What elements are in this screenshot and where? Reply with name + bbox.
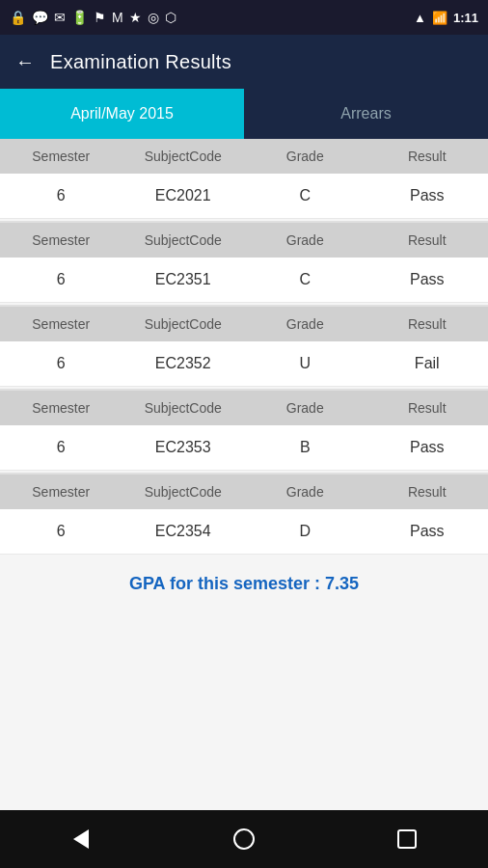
cell-subjectcode-4: EC2353	[122, 439, 245, 456]
table-section-4: Semester SubjectCode Grade Result 6 EC23…	[0, 391, 488, 471]
cell-grade-1: C	[244, 187, 366, 204]
back-nav-button[interactable]	[62, 820, 100, 858]
cell-result-3: Fail	[366, 355, 489, 372]
status-info-right: ▲ 📶 1:11	[414, 11, 478, 25]
cell-result-4: Pass	[366, 439, 489, 456]
col-header-grade-1: Grade	[244, 149, 366, 164]
table-row: 6 EC2021 C Pass	[0, 174, 488, 219]
col-header-grade-2: Grade	[244, 232, 366, 248]
col-header-semester-5: Semester	[0, 484, 122, 500]
col-header-subjectcode-4: SubjectCode	[122, 400, 245, 416]
battery-icon: 🔋	[71, 10, 88, 25]
cell-semester-1: 6	[0, 187, 122, 204]
message-icon: ✉	[54, 10, 66, 25]
star-icon: ★	[129, 10, 142, 25]
flag-icon: ⚑	[94, 10, 106, 25]
col-header-semester-4: Semester	[0, 400, 122, 416]
table-header-4: Semester SubjectCode Grade Result	[0, 391, 488, 425]
recents-nav-button[interactable]	[388, 820, 426, 858]
main-content: Semester SubjectCode Grade Result 6 EC20…	[0, 139, 488, 810]
gmail-icon: M	[112, 10, 123, 25]
table-header-3: Semester SubjectCode Grade Result	[0, 307, 488, 341]
page-title: Examination Results	[50, 51, 231, 73]
tab-april-may-2015[interactable]: April/May 2015	[0, 89, 244, 139]
table-header-1: Semester SubjectCode Grade Result	[0, 139, 488, 174]
cell-subjectcode-1: EC2021	[122, 187, 245, 204]
time-display: 1:11	[453, 11, 478, 25]
home-nav-button[interactable]	[225, 820, 263, 858]
whatsapp-icon: 💬	[32, 10, 48, 25]
table-row: 6 EC2353 B Pass	[0, 425, 488, 471]
table-row: 6 EC2354 D Pass	[0, 509, 488, 555]
col-header-grade-3: Grade	[244, 316, 366, 332]
col-header-result-2: Result	[366, 232, 489, 248]
col-header-semester-3: Semester	[0, 316, 122, 332]
table-header-5: Semester SubjectCode Grade Result	[0, 475, 488, 509]
cell-semester-4: 6	[0, 439, 122, 456]
cell-grade-3: U	[244, 355, 366, 372]
table-section-3: Semester SubjectCode Grade Result 6 EC23…	[0, 307, 488, 387]
tab-arrears[interactable]: Arrears	[244, 89, 488, 139]
profile-icon: ◎	[148, 10, 159, 25]
col-header-subjectcode-1: SubjectCode	[122, 149, 245, 164]
bottom-navigation	[0, 810, 488, 868]
table-header-2: Semester SubjectCode Grade Result	[0, 223, 488, 258]
col-header-subjectcode-3: SubjectCode	[122, 316, 245, 332]
col-header-result-3: Result	[366, 316, 489, 332]
cell-result-5: Pass	[366, 523, 489, 540]
col-header-subjectcode-5: SubjectCode	[122, 484, 245, 500]
cell-grade-5: D	[244, 523, 366, 540]
cell-semester-3: 6	[0, 355, 122, 372]
col-header-result-4: Result	[366, 400, 489, 416]
cell-subjectcode-5: EC2354	[122, 523, 245, 540]
app-bar: ← Examination Results	[0, 35, 488, 89]
col-header-grade-4: Grade	[244, 400, 366, 416]
table-section-5: Semester SubjectCode Grade Result 6 EC23…	[0, 475, 488, 555]
lock-icon: 🔒	[10, 10, 26, 25]
col-header-subjectcode-2: SubjectCode	[122, 232, 245, 248]
col-header-semester-2: Semester	[0, 232, 122, 248]
home-nav-icon	[233, 828, 255, 850]
back-nav-icon	[73, 829, 89, 849]
status-icons-left: 🔒 💬 ✉ 🔋 ⚑ M ★ ◎ ⬡	[10, 10, 176, 25]
cell-result-2: Pass	[366, 271, 489, 288]
gpa-footer: GPA for this semester : 7.35	[0, 556, 488, 611]
table-row: 6 EC2352 U Fail	[0, 341, 488, 387]
cell-subjectcode-3: EC2352	[122, 355, 245, 372]
wifi-icon: ▲	[414, 11, 426, 25]
cell-grade-4: B	[244, 439, 366, 456]
gpa-label: GPA for this semester : 7.35	[129, 574, 359, 593]
signal-icon: 📶	[432, 11, 447, 25]
cell-semester-2: 6	[0, 271, 122, 288]
table-section-1: Semester SubjectCode Grade Result 6 EC20…	[0, 139, 488, 219]
col-header-grade-5: Grade	[244, 484, 366, 500]
col-header-semester-1: Semester	[0, 149, 122, 164]
status-bar: 🔒 💬 ✉ 🔋 ⚑ M ★ ◎ ⬡ ▲ 📶 1:11	[0, 0, 488, 35]
cell-grade-2: C	[244, 271, 366, 288]
cell-subjectcode-2: EC2351	[122, 271, 245, 288]
android-icon: ⬡	[165, 10, 176, 25]
col-header-result-1: Result	[366, 149, 489, 164]
tab-bar: April/May 2015 Arrears	[0, 89, 488, 139]
cell-result-1: Pass	[366, 187, 489, 204]
table-section-2: Semester SubjectCode Grade Result 6 EC23…	[0, 223, 488, 303]
cell-semester-5: 6	[0, 523, 122, 540]
col-header-result-5: Result	[366, 484, 489, 500]
back-button[interactable]: ←	[15, 51, 35, 73]
table-row: 6 EC2351 C Pass	[0, 258, 488, 303]
recents-nav-icon	[397, 829, 417, 849]
